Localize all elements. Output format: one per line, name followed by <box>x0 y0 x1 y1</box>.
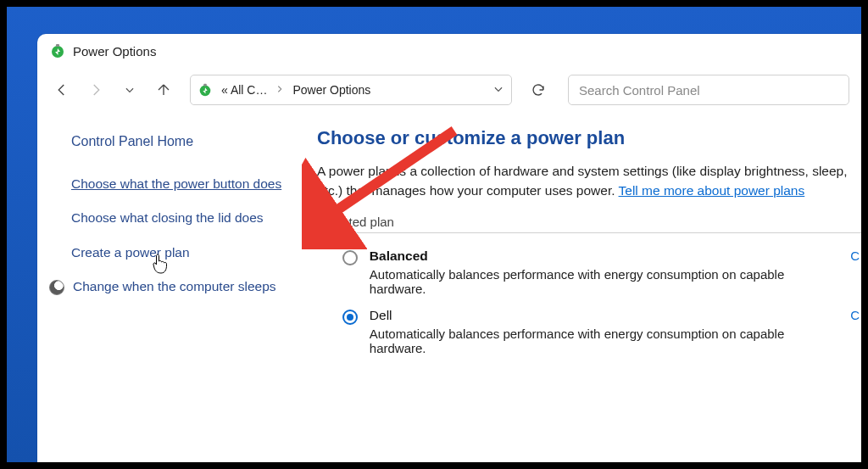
plan-balanced[interactable]: Balanced Automatically balances performa… <box>317 248 861 308</box>
chevron-right-icon <box>275 83 284 97</box>
power-options-icon <box>49 42 66 59</box>
address-bar[interactable]: « All C… Power Options <box>190 75 512 105</box>
plan-dell[interactable]: Dell Automatically balances performance … <box>317 308 861 367</box>
learn-more-link[interactable]: Tell me more about power plans <box>619 183 805 198</box>
svg-rect-1 <box>56 44 59 47</box>
power-options-icon <box>198 82 213 98</box>
search-box[interactable] <box>568 75 849 105</box>
titlebar: Power Options <box>37 34 861 66</box>
sidebar-link-closing-lid[interactable]: Choose what closing the lid does <box>71 209 288 227</box>
page-heading: Choose or customize a power plan <box>317 127 861 149</box>
change-plan-link[interactable]: C <box>850 248 861 263</box>
svg-rect-3 <box>203 84 207 87</box>
plan-description: Automatically balances performance with … <box>370 267 838 296</box>
main-content: Choose or customize a power plan A power… <box>309 120 861 367</box>
sidebar-link-power-button[interactable]: Choose what the power button does <box>71 175 288 193</box>
radio-balanced[interactable] <box>342 250 358 265</box>
sidebar-link-create-plan[interactable]: Create a power plan <box>71 243 288 262</box>
refresh-button[interactable] <box>526 77 551 103</box>
plan-description: Automatically balances performance with … <box>370 327 838 355</box>
up-button[interactable] <box>151 77 176 103</box>
breadcrumb-current[interactable]: Power Options <box>292 83 370 97</box>
divider <box>317 232 861 233</box>
moon-icon <box>49 280 64 295</box>
change-plan-link[interactable]: C <box>850 308 861 322</box>
recent-dropdown[interactable] <box>117 77 142 103</box>
section-label: Selected plan <box>317 215 861 229</box>
search-input[interactable] <box>579 83 838 98</box>
breadcrumb-parent[interactable]: « All C… <box>221 83 267 97</box>
navigation-bar: « All C… Power Options <box>37 66 861 120</box>
page-description: A power plan is a collection of hardware… <box>317 161 861 201</box>
sidebar: Control Panel Home Choose what the power… <box>37 120 309 367</box>
back-button[interactable] <box>49 77 75 103</box>
radio-dell[interactable] <box>342 310 358 325</box>
control-panel-home-link[interactable]: Control Panel Home <box>71 134 288 149</box>
plan-name: Balanced <box>370 248 838 264</box>
forward-button[interactable] <box>83 77 108 103</box>
sidebar-link-sleep[interactable]: Change when the computer sleeps <box>73 277 276 296</box>
chevron-down-icon[interactable] <box>492 83 504 98</box>
power-options-window: Power Options <box>37 34 861 462</box>
window-title: Power Options <box>73 44 156 59</box>
plan-name: Dell <box>370 308 838 323</box>
